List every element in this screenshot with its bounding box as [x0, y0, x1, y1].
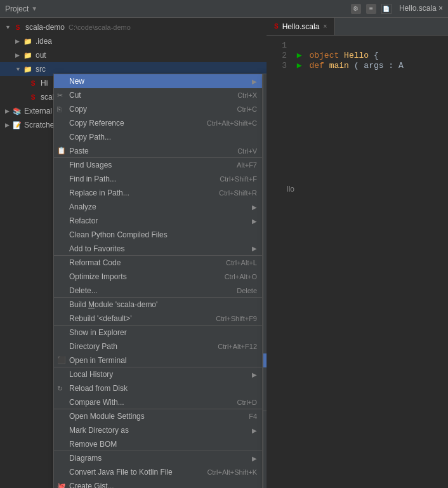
submenu-cfml[interactable]: CF CFML/CFC file [263, 298, 267, 312]
submenu-file[interactable]: 📄 File [263, 116, 267, 130]
submenu-fxml[interactable]: F FXML File [263, 158, 267, 172]
title-dropdown-arrow[interactable]: ▼ [31, 5, 37, 12]
menu-arrow-history: ▶ [252, 371, 257, 378]
submenu-python-package[interactable]: 🐍 Python Package [263, 172, 267, 186]
tree-path-root: C:\code\scala-demo [69, 23, 131, 31]
menu-shortcut-compare: Ctrl+D [237, 399, 257, 406]
menu-item-refactor[interactable]: Refactor ▶ [54, 214, 262, 228]
submenu-kotlin-script[interactable]: K Kotlin Script [263, 326, 267, 340]
menu-item-copy[interactable]: ⎘ Copy Ctrl+C [54, 102, 262, 116]
settings-icon[interactable]: ⚙ [351, 4, 361, 14]
menu-label-paste: Paste [69, 147, 89, 155]
folder-icon-out: 📁 [23, 50, 33, 60]
menu-shortcut-open-module-settings: F4 [249, 412, 257, 420]
menu-item-directory-path[interactable]: Directory Path Ctrl+Alt+F12 [54, 340, 262, 353]
submenu-resource-bundle[interactable]: 📋 Resource Bundle [263, 454, 267, 468]
menu-item-copy-ref[interactable]: Copy Reference Ctrl+Alt+Shift+C [54, 116, 262, 130]
submenu-kotlin-worksheet[interactable]: K Kotlin Worksheet [263, 340, 267, 353]
menu-label-add-favorites: Add to Favorites [69, 244, 124, 253]
submenu-package[interactable]: 📦 Package [263, 144, 267, 158]
menu-item-replace-path[interactable]: Replace in Path... Ctrl+Shift+R [54, 186, 262, 200]
menu-item-local-history[interactable]: Local History ▶ [54, 367, 262, 381]
menu-item-cut[interactable]: ✂ Cut Ctrl+X [54, 88, 262, 102]
kw-def: def [309, 61, 324, 70]
menu-item-open-terminal[interactable]: ⬛ Open in Terminal [54, 353, 262, 367]
editor-tab-hello[interactable]: S Hello.scala × [267, 18, 335, 35]
hello-tab-label[interactable]: Hello.scala × [399, 4, 443, 14]
menu-item-mark-directory[interactable]: Mark Directory as ▶ [54, 423, 262, 437]
menu-item-reformat[interactable]: Reformat Code Ctrl+Alt+L [54, 256, 262, 270]
submenu-gherkin[interactable]: ● Gherkin feature file [263, 381, 267, 395]
menu-item-reload[interactable]: ↻ Reload from Disk [54, 381, 262, 395]
menu-item-new[interactable]: New ▶ [54, 74, 262, 88]
menu-item-copy-path[interactable]: Copy Path... [54, 130, 262, 144]
submenu-diagram[interactable]: ◇ Diagram ▶ [263, 482, 267, 488]
submenu-editorconfig[interactable]: ⚙ EditorConfig File [263, 426, 267, 440]
menu-shortcut-replace-path: Ctrl+Shift+R [219, 189, 257, 197]
menu-item-find-usages[interactable]: Find Usages Alt+F7 [54, 158, 262, 172]
menu-label-copy-path: Copy Path... [69, 133, 111, 142]
submenu-java-class[interactable]: J Java Class [263, 74, 267, 88]
submenu-jupyter[interactable]: Jn Jupyter Notebook [263, 214, 267, 228]
editor-content[interactable]: 1 2 ▶ object Hello { 3 ▶ def main ( args… [267, 36, 448, 488]
menu-shortcut-optimize: Ctrl+Alt+O [225, 273, 257, 280]
menu-item-analyze[interactable]: Analyze ▶ [54, 200, 262, 214]
menu-item-build-module[interactable]: Build Module 'scala-demo' [54, 298, 262, 312]
submenu-scala-class[interactable]: S Scala Class [263, 88, 267, 102]
submenu-html[interactable]: H HTML File [263, 228, 267, 242]
submenu-kotlin-file[interactable]: K Kotlin File/Class [263, 102, 267, 116]
menu-item-add-favorites[interactable]: Add to Favorites ▶ [54, 242, 262, 256]
submenu-edit-templates[interactable]: ⚙ Edit File Templates... [263, 412, 267, 426]
tree-item-out[interactable]: ▶ 📁 out [0, 48, 267, 62]
menu-item-compare[interactable]: Compare With... Ctrl+D [54, 395, 262, 409]
menu-item-show-explorer[interactable]: Show in Explorer [54, 326, 262, 340]
run-arrow-2[interactable]: ▶ [297, 51, 302, 60]
code-line-2: 2 ▶ object Hello { [272, 50, 443, 60]
submenu-ts[interactable]: TS TypeScript File [263, 270, 267, 284]
menu-label-copy-ref: Copy Reference [69, 119, 124, 128]
title-bar-icons: ⚙ ≡ 📄 Hello.scala × [351, 4, 443, 14]
submenu-python-file[interactable]: 🐍 Python File [263, 200, 267, 214]
submenu-stylesheet[interactable]: C Stylesheet [263, 242, 267, 256]
menu-label-rebuild: Rebuild '<default>' [69, 314, 132, 323]
editor-tabs: S Hello.scala × [267, 18, 448, 36]
menu-shortcut-delete: Delete [237, 287, 257, 294]
line-num-1: 1 [272, 41, 287, 50]
submenu-pkg-json[interactable]: {} package.json File [263, 284, 267, 298]
menu-item-diagrams[interactable]: Diagrams ▶ [54, 451, 262, 465]
menu-arrow-new: ▶ [252, 78, 257, 85]
menu-item-optimize[interactable]: Optimize Imports Ctrl+Alt+O [54, 270, 262, 284]
copy-icon: ⎘ [57, 105, 62, 113]
menu-item-open-module-settings[interactable]: Open Module Settings F4 [54, 409, 262, 423]
menu-item-rebuild[interactable]: Rebuild '<default>' Ctrl+Shift+F9 [54, 312, 262, 326]
menu-item-find-path[interactable]: Find in Path... Ctrl+Shift+F [54, 172, 262, 186]
tree-item-root[interactable]: ▼ S scala-demo C:\code\scala-demo [0, 20, 267, 34]
menu-item-clean-python[interactable]: Clean Python Compiled Files [54, 228, 262, 242]
submenu-javafx[interactable]: J JavaFXApplication [263, 367, 267, 381]
hello-tab-icon[interactable]: 📄 [381, 4, 392, 14]
tab-close-hello[interactable]: × [323, 23, 327, 30]
tree-item-idea[interactable]: ▶ 📁 .idea [0, 34, 267, 48]
title-bar: Project ▼ ⚙ ≡ 📄 Hello.scala × [0, 0, 448, 18]
submenu-swing[interactable]: ◻ Swing UI Designer ▶ [263, 440, 267, 454]
menu-item-delete[interactable]: Delete... Delete [54, 284, 262, 298]
menu-arrow-mark-directory: ▶ [252, 427, 257, 434]
menu-shortcut-directory-path: Ctrl+Alt+F12 [218, 343, 257, 350]
tree-label-external: External [24, 107, 52, 115]
submenu-coffeescript[interactable]: ☕ CoffeeScript File [263, 312, 267, 326]
menu-label-mark-directory: Mark Directory as [69, 426, 129, 435]
submenu-js[interactable]: JS JavaScript File [263, 256, 267, 270]
submenu-package-info[interactable]: J package-info.java [263, 186, 267, 200]
submenu-xml-config[interactable]: X XML Configuration File ▶ [263, 468, 267, 482]
submenu-scratch-file[interactable]: 📝 Scratch File Ctrl+Alt+Shift+Insert [263, 130, 267, 144]
menu-label-compare: Compare With... [69, 398, 124, 407]
menu-item-convert-java-kotlin[interactable]: Convert Java File to Kotlin File Ctrl+Al… [54, 465, 262, 479]
menu-item-paste[interactable]: 📋 Paste Ctrl+V [54, 144, 262, 158]
menu-label-refactor: Refactor [69, 216, 98, 225]
menu-item-remove-bom[interactable]: Remove BOM [54, 437, 262, 451]
submenu-scala-worksheet[interactable]: S Scala Worksheet [263, 353, 267, 367]
code-ello: llo [272, 185, 443, 194]
menu-item-create-gist[interactable]: 🐙 Create Gist... [54, 479, 262, 488]
more-icon[interactable]: ≡ [366, 4, 376, 14]
submenu-xslt[interactable]: X XSLT Stylesheet [263, 395, 267, 409]
